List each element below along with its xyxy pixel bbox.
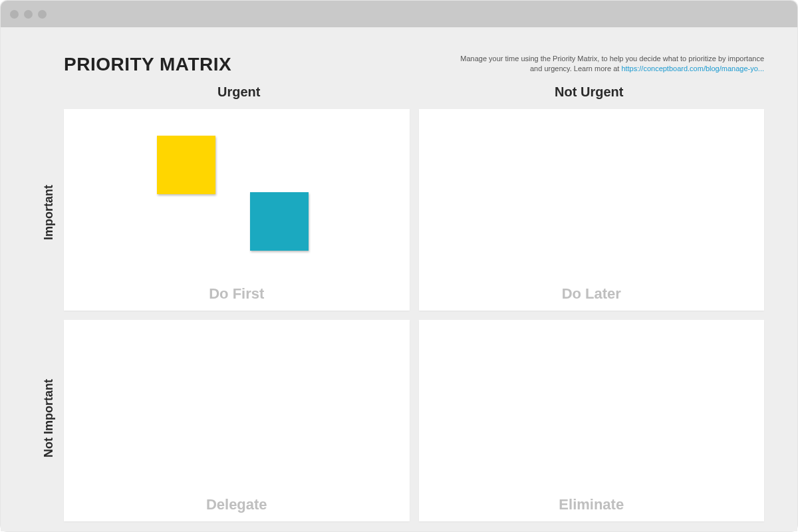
window-minimize-icon[interactable]: [24, 10, 33, 19]
window-titlebar: [1, 1, 797, 27]
header-row: PRIORITY MATRIX Manage your time using t…: [34, 54, 764, 75]
quadrant-do-first[interactable]: Do First: [64, 109, 410, 311]
matrix-grid-area: Important Not Important Do First Do Late…: [34, 109, 764, 521]
page-title: PRIORITY MATRIX: [64, 54, 231, 75]
window-maximize-icon[interactable]: [38, 10, 47, 19]
quadrant-label-do-first: Do First: [64, 285, 410, 303]
matrix-grid: Do First Do Later Delegate Eliminate: [64, 109, 764, 521]
row-label-important: Important: [34, 109, 64, 315]
window-close-icon[interactable]: [10, 10, 19, 19]
quadrant-label-do-later: Do Later: [419, 285, 765, 303]
column-header-urgent: Urgent: [64, 80, 414, 104]
row-label-not-important: Not Important: [34, 315, 64, 521]
quadrant-do-later[interactable]: Do Later: [419, 109, 765, 311]
row-labels: Important Not Important: [34, 109, 64, 521]
quadrant-eliminate[interactable]: Eliminate: [419, 320, 765, 521]
browser-frame: PRIORITY MATRIX Manage your time using t…: [0, 0, 798, 532]
sticky-note-yellow[interactable]: [157, 136, 215, 194]
row-label-important-text: Important: [42, 185, 56, 240]
quadrant-label-delegate: Delegate: [64, 496, 410, 513]
row-label-not-important-text: Not Important: [42, 379, 56, 458]
quadrant-delegate[interactable]: Delegate: [64, 320, 410, 521]
column-header-not-urgent: Not Urgent: [414, 80, 765, 104]
workspace-canvas[interactable]: PRIORITY MATRIX Manage your time using t…: [1, 27, 797, 531]
description-text: Manage your time using the Priority Matr…: [452, 54, 764, 74]
sticky-note-teal[interactable]: [250, 192, 309, 251]
quadrant-label-eliminate: Eliminate: [419, 496, 765, 513]
column-headers: Urgent Not Urgent: [64, 80, 764, 104]
learn-more-link[interactable]: https://conceptboard.com/blog/manage-yo.…: [621, 65, 764, 72]
